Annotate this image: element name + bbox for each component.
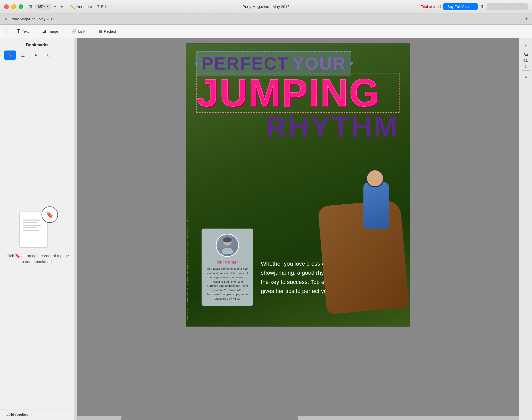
selection-handle-right bbox=[350, 62, 353, 65]
trainer-section-title: Our trainer bbox=[206, 260, 249, 265]
bookmark-illustration: 🔖 bbox=[17, 206, 58, 248]
zoom-in-button[interactable]: + bbox=[59, 4, 64, 9]
sidebar-tab-text[interactable]: A bbox=[30, 51, 42, 60]
hint-bookmark-icon: 🔖 bbox=[15, 254, 21, 258]
horse-rider-illustration bbox=[307, 172, 410, 326]
search-input[interactable] bbox=[487, 3, 528, 10]
bookmark-circle-icon: 🔖 bbox=[41, 206, 58, 223]
edit-label: Edit bbox=[101, 4, 108, 9]
text-tool-button[interactable]: T Text bbox=[15, 27, 31, 36]
image-tool-icon: 🖼 bbox=[42, 29, 46, 33]
zoom-dropdown-icon[interactable]: ▾ bbox=[47, 5, 48, 8]
add-bookmark-label: + Add Bookmark bbox=[4, 413, 32, 417]
scrollbar-thumb[interactable] bbox=[121, 416, 298, 420]
sidebar-title: Bookmarks bbox=[0, 38, 74, 51]
hint-suffix-text: at top right corner of a page to add a b… bbox=[21, 254, 69, 264]
jumping-text: JUMPING bbox=[197, 73, 399, 112]
sidebar-bookmark-content: 🔖 Click 🔖 at top right corner of a page … bbox=[0, 62, 74, 409]
doc-line bbox=[23, 230, 39, 231]
link-tool-label: Link bbox=[78, 29, 85, 33]
text-align-button[interactable]: ≡ bbox=[521, 73, 530, 82]
edit-icon: T bbox=[97, 4, 99, 9]
trainer-description: Izzy Taylor competes at four-star level … bbox=[206, 267, 249, 301]
page-title-section: PERFECT YOUR JUMPING RHYTHM bbox=[196, 51, 400, 141]
page-container[interactable]: PERFECT YOUR JUMPING RHYTHM bbox=[77, 38, 519, 420]
tab-title: Pony Magazine - May 2016 bbox=[11, 17, 54, 21]
sidebar-resize-handle[interactable] bbox=[75, 38, 77, 420]
buy-full-version-button[interactable]: Buy Full Version bbox=[443, 3, 478, 10]
content-area: PERFECT YOUR JUMPING RHYTHM bbox=[77, 38, 519, 420]
close-tab-icon[interactable]: ✕ bbox=[4, 16, 7, 21]
doc-line bbox=[23, 227, 37, 228]
titlebar: ⊞ 85% ▾ − + ✏️ Annotate T Edit Pony Maga… bbox=[0, 0, 532, 13]
doc-line bbox=[23, 222, 38, 223]
perfect-text: PERFECT bbox=[202, 53, 289, 73]
font-size-value: 52. bbox=[523, 58, 528, 62]
rider-body bbox=[363, 182, 389, 229]
annotate-button[interactable]: ✏️ Annotate bbox=[70, 4, 92, 9]
image-tool-label: Image bbox=[48, 29, 59, 33]
jumping-selection-box: JUMPING bbox=[196, 73, 400, 113]
fullscreen-button[interactable] bbox=[19, 4, 23, 9]
annotate-icon: ✏️ bbox=[70, 4, 75, 9]
trainer-photo bbox=[216, 234, 239, 257]
sidebar-tab-page[interactable]: □ bbox=[43, 51, 55, 60]
traffic-lights bbox=[4, 4, 23, 9]
text-align-icon: ≡ bbox=[525, 75, 527, 79]
toolbar: T Text 🖼 Image 🔗 Link ▦ Redact bbox=[0, 25, 532, 38]
redact-tool-label: Redact bbox=[104, 29, 116, 33]
share-icon[interactable]: ⬆ bbox=[480, 4, 484, 10]
selection-handle-left bbox=[195, 62, 198, 65]
page-number: 1 bbox=[525, 64, 527, 68]
svg-point-1 bbox=[222, 248, 233, 254]
sidebar-toggle-icon[interactable]: ⊞ bbox=[28, 4, 32, 10]
sidebar: Bookmarks 🔖 ☰ A □ 🔖 bbox=[0, 38, 75, 420]
zoom-control: 85% ▾ bbox=[35, 4, 51, 10]
sidebar-tab-bookmark[interactable]: 🔖 bbox=[4, 51, 16, 60]
minimize-button[interactable] bbox=[11, 4, 16, 9]
image-tool-button[interactable]: 🖼 Image bbox=[40, 28, 61, 35]
redact-tool-button[interactable]: ▦ Redact bbox=[96, 28, 119, 35]
text-tool-icon: T bbox=[17, 29, 20, 34]
document-page: PERFECT YOUR JUMPING RHYTHM bbox=[186, 43, 410, 327]
rhythm-text: RHYTHM bbox=[196, 113, 400, 141]
svg-point-3 bbox=[223, 237, 232, 242]
vertical-caption-text: S Insurance for their help with this fea… bbox=[186, 218, 190, 326]
window-title: Pony Magazine - May 2016 bbox=[243, 4, 290, 9]
trial-expired-label: Trial expired bbox=[421, 5, 441, 9]
zoom-out-button[interactable]: − bbox=[53, 4, 57, 9]
edit-button[interactable]: T Edit bbox=[97, 4, 108, 9]
collapse-icon: « bbox=[525, 44, 527, 48]
doc-line bbox=[23, 220, 40, 221]
rider-head bbox=[366, 169, 384, 187]
font-size-label: Aa bbox=[523, 53, 528, 56]
toolbar-divider bbox=[6, 28, 6, 35]
zoom-level: 85% bbox=[38, 5, 45, 9]
sidebar-tab-list[interactable]: ☰ bbox=[17, 51, 29, 60]
add-tab-button[interactable]: + bbox=[525, 16, 528, 22]
annotate-label: Annotate bbox=[77, 4, 92, 9]
bookmark-hint-text: Click 🔖 at top right corner of a page to… bbox=[5, 253, 69, 265]
tabbar: ✕ Pony Magazine - May 2016 + bbox=[0, 13, 532, 25]
trainer-card: Our trainer Izzy Taylor competes at four… bbox=[202, 229, 253, 306]
titlebar-actions: Trial expired Buy Full Version ⬆ bbox=[421, 3, 528, 10]
right-panel: « Aa 52. 1 ≡ bbox=[519, 38, 532, 420]
link-tool-icon: 🔗 bbox=[72, 29, 77, 34]
sidebar-tabs: 🔖 ☰ A □ bbox=[0, 51, 74, 62]
collapse-right-panel-button[interactable]: « bbox=[521, 41, 530, 51]
add-bookmark-button[interactable]: + Add Bookmark bbox=[0, 409, 74, 420]
horizontal-scrollbar[interactable] bbox=[77, 416, 519, 420]
doc-line bbox=[23, 225, 41, 226]
trainer-avatar bbox=[218, 236, 236, 254]
text-tool-label: Text bbox=[22, 29, 29, 33]
your-text: YOUR bbox=[292, 53, 346, 73]
hint-click-text: Click bbox=[6, 254, 14, 258]
main-layout: Bookmarks 🔖 ☰ A □ 🔖 bbox=[0, 38, 532, 420]
link-tool-button[interactable]: 🔗 Link bbox=[69, 28, 88, 35]
close-button[interactable] bbox=[4, 4, 9, 9]
right-panel-divider bbox=[522, 70, 530, 71]
redact-tool-icon: ▦ bbox=[99, 29, 102, 34]
